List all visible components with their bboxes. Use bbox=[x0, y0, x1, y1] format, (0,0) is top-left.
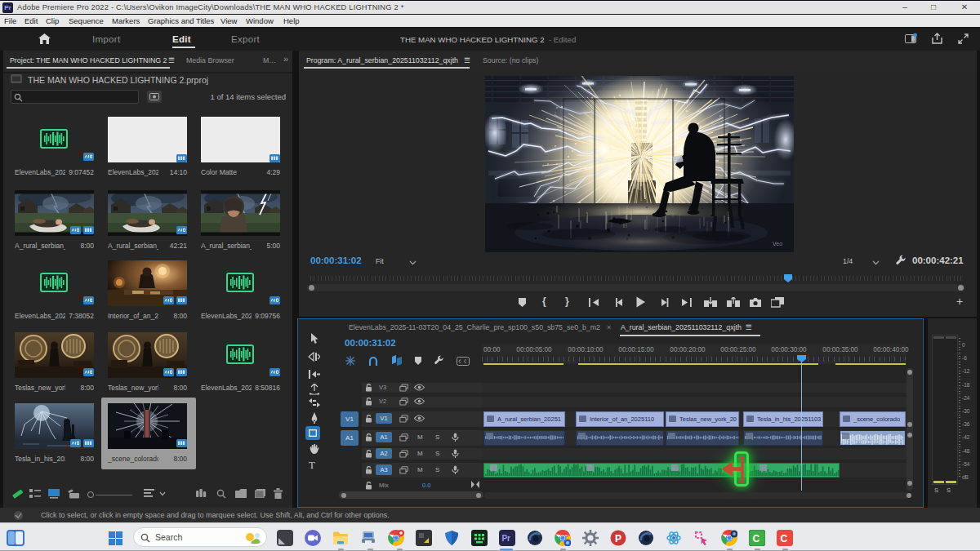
svg-text:P: P bbox=[615, 533, 621, 544]
svg-text:Veo: Veo bbox=[773, 241, 782, 247]
svg-text:Pr: Pr bbox=[501, 534, 510, 543]
svg-text:C: C bbox=[753, 533, 760, 544]
svg-text:C: C bbox=[781, 533, 788, 544]
